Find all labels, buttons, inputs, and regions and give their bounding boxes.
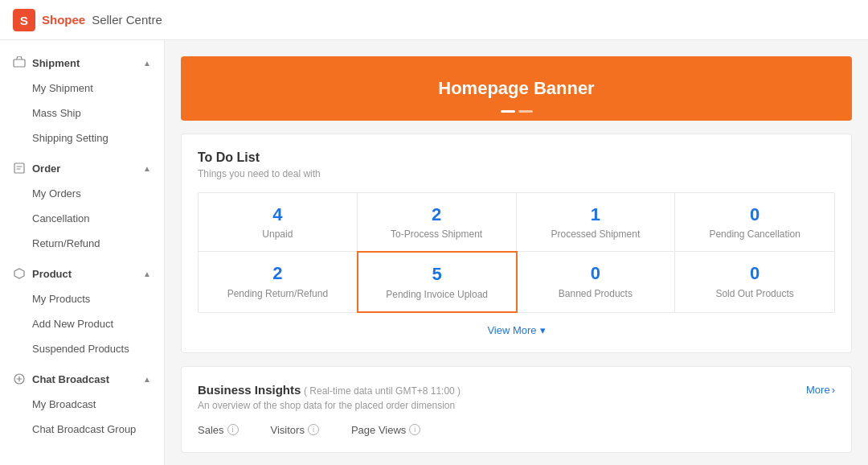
sidebar-item-mass-ship[interactable]: Mass Ship <box>0 101 164 126</box>
svg-rect-2 <box>14 60 25 67</box>
main-content: Homepage Banner To Do List Things you ne… <box>165 40 868 465</box>
shopee-logo-icon: S <box>13 9 35 31</box>
banner-dots <box>501 110 533 113</box>
todo-grid: 4 Unpaid 2 To-Process Shipment 1 Process… <box>198 192 835 313</box>
todo-cell-1[interactable]: 2 To-Process Shipment <box>358 193 517 252</box>
todo-label-4: Pending Return/Refund <box>227 288 328 299</box>
order-label: Order <box>32 163 60 175</box>
product-chevron-icon: ▲ <box>143 270 151 278</box>
order-icon <box>13 162 26 175</box>
todo-number-5: 5 <box>432 264 442 285</box>
todo-label-5: Pending Invoice Upload <box>386 289 488 300</box>
sidebar-section-header-order[interactable]: Order ▲ <box>0 154 164 181</box>
product-label: Product <box>32 268 72 280</box>
sidebar-item-my-broadcast[interactable]: My Broadcast <box>0 392 164 417</box>
insights-subtitle: An overview of the shop data for the pla… <box>198 400 835 411</box>
svg-rect-3 <box>14 163 24 173</box>
sidebar-section-title-product: Product <box>13 267 72 280</box>
homepage-banner[interactable]: Homepage Banner <box>181 56 852 121</box>
todo-number-0: 4 <box>272 204 282 225</box>
todo-label-3: Pending Cancellation <box>709 228 800 240</box>
metric-info-icon-0[interactable]: i <box>227 424 239 435</box>
svg-text:S: S <box>20 13 28 27</box>
banner-dot-2 <box>518 110 533 113</box>
banner-title: Homepage Banner <box>438 78 594 99</box>
sidebar-section-chat-broadcast: Chat Broadcast ▲ My Broadcast Chat Broad… <box>0 364 164 442</box>
todo-label-1: To-Process Shipment <box>391 228 482 240</box>
metric-info-icon-2[interactable]: i <box>409 424 420 435</box>
seller-centre-text: Seller Centre <box>92 13 162 27</box>
insights-meta: ( Real-time data until GMT+8 11:00 ) <box>304 385 461 397</box>
todo-label-2: Processed Shipment <box>551 228 641 240</box>
sidebar-item-my-shipment[interactable]: My Shipment <box>0 76 164 101</box>
banner-dot-1 <box>501 110 515 113</box>
shipment-icon <box>13 56 26 69</box>
metric-label-0: Sales <box>198 424 224 436</box>
todo-title: To Do List <box>198 150 835 165</box>
todo-number-6: 0 <box>591 263 600 284</box>
metric-info-icon-1[interactable]: i <box>308 424 319 435</box>
metric-sales: Sales i <box>198 424 239 436</box>
todo-number-7: 0 <box>750 263 760 284</box>
view-more-label: View More <box>487 324 536 336</box>
sidebar-section-title-order: Order <box>13 162 60 175</box>
sidebar-item-suspended-products[interactable]: Suspended Products <box>0 336 164 361</box>
todo-subtitle: Things you need to deal with <box>198 168 835 179</box>
sidebar-section-order: Order ▲ My Orders Cancellation Return/Re… <box>0 154 164 256</box>
todo-number-4: 2 <box>272 263 282 284</box>
sidebar-section-header-product[interactable]: Product ▲ <box>0 259 164 286</box>
shipment-label: Shipment <box>32 57 80 69</box>
todo-card: To Do List Things you need to deal with … <box>181 134 852 353</box>
sidebar-section-shipment: Shipment ▲ My Shipment Mass Ship Shippin… <box>0 48 164 150</box>
insights-more-chevron-icon: › <box>832 384 835 396</box>
insights-more-button[interactable]: More › <box>806 384 835 396</box>
header: S Shopee Seller Centre <box>0 0 868 40</box>
sidebar-item-my-orders[interactable]: My Orders <box>0 181 164 206</box>
sidebar-item-my-products[interactable]: My Products <box>0 286 164 311</box>
sidebar-section-header-shipment[interactable]: Shipment ▲ <box>0 48 164 76</box>
todo-label-0: Unpaid <box>262 228 293 240</box>
shipment-chevron-icon: ▲ <box>143 59 151 68</box>
todo-number-2: 1 <box>591 204 600 225</box>
business-insights-card: Business Insights ( Real-time data until… <box>181 366 852 453</box>
todo-cell-7[interactable]: 0 Sold Out Products <box>675 252 834 311</box>
todo-number-1: 2 <box>432 204 441 225</box>
todo-label-6: Banned Products <box>559 288 633 299</box>
sidebar-item-cancellation[interactable]: Cancellation <box>0 206 164 231</box>
order-chevron-icon: ▲ <box>143 164 151 173</box>
todo-label-7: Sold Out Products <box>715 288 793 299</box>
todo-cell-4[interactable]: 2 Pending Return/Refund <box>199 252 358 311</box>
metric-page-views: Page Views i <box>351 424 420 436</box>
metric-visitors: Visitors i <box>271 424 319 436</box>
layout: Shipment ▲ My Shipment Mass Ship Shippin… <box>0 40 868 465</box>
sidebar-item-add-new-product[interactable]: Add New Product <box>0 311 164 336</box>
view-more-button[interactable]: View More ▾ <box>198 324 835 336</box>
insights-header: Business Insights ( Real-time data until… <box>198 383 835 397</box>
sidebar-section-product: Product ▲ My Products Add New Product Su… <box>0 259 164 361</box>
sidebar-item-chat-broadcast-group[interactable]: Chat Broadcast Group <box>0 417 164 442</box>
sidebar-section-header-chat-broadcast[interactable]: Chat Broadcast ▲ <box>0 364 164 392</box>
todo-cell-3[interactable]: 0 Pending Cancellation <box>675 193 834 252</box>
sidebar: Shipment ▲ My Shipment Mass Ship Shippin… <box>0 40 165 465</box>
todo-number-3: 0 <box>750 204 760 225</box>
product-icon <box>13 267 26 280</box>
todo-cell-2[interactable]: 1 Processed Shipment <box>517 193 676 252</box>
insights-metrics: Sales i Visitors i Page Views i <box>198 424 835 436</box>
todo-cell-5[interactable]: 5 Pending Invoice Upload <box>357 251 518 312</box>
metric-label-2: Page Views <box>351 424 406 436</box>
metric-label-1: Visitors <box>271 424 305 436</box>
chat-broadcast-icon <box>13 372 26 385</box>
sidebar-item-shipping-setting[interactable]: Shipping Setting <box>0 126 164 150</box>
logo-area: S Shopee Seller Centre <box>13 9 162 31</box>
sidebar-section-title-shipment: Shipment <box>13 56 80 69</box>
insights-title-area: Business Insights ( Real-time data until… <box>198 383 461 397</box>
sidebar-section-title-chat-broadcast: Chat Broadcast <box>13 372 109 385</box>
sidebar-item-return-refund[interactable]: Return/Refund <box>0 231 164 256</box>
insights-title: Business Insights <box>198 383 301 397</box>
todo-cell-0[interactable]: 4 Unpaid <box>199 193 358 252</box>
insights-more-label: More <box>806 384 830 396</box>
view-more-chevron-icon: ▾ <box>540 324 546 336</box>
chat-broadcast-chevron-icon: ▲ <box>143 375 151 384</box>
todo-cell-6[interactable]: 0 Banned Products <box>517 252 676 311</box>
logo-text: Shopee <box>42 13 85 27</box>
